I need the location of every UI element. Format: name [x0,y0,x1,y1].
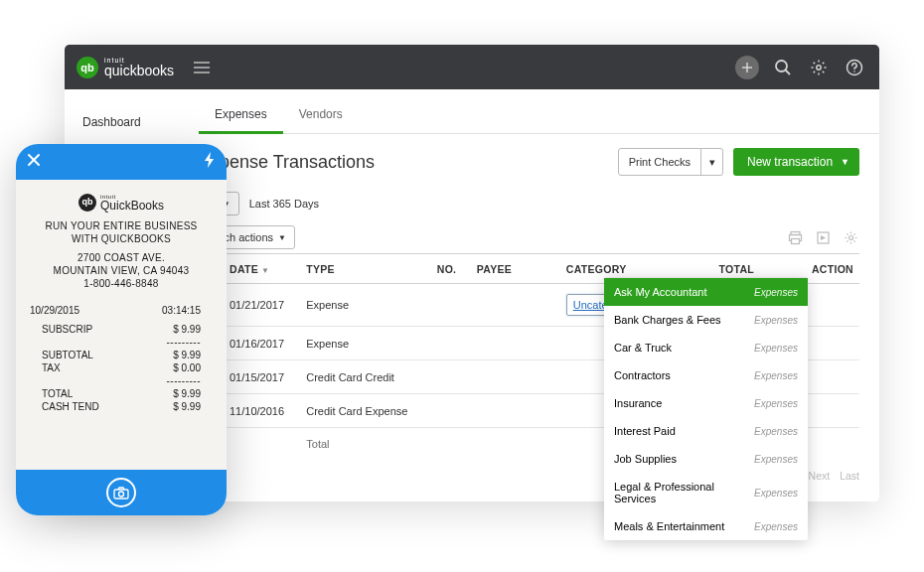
dropdown-item[interactable]: Car & Truck Expenses [604,334,808,361]
dropdown-item-label: Bank Charges & Fees [614,314,721,326]
camera-icon [113,487,129,500]
receipt-divider: --------- [26,374,217,387]
dropdown-item-label: Legal & Professional Services [614,481,754,504]
svg-point-18 [119,492,124,497]
dropdown-item-type: Expenses [754,370,798,381]
phone-header [16,144,227,180]
dropdown-item-label: Car & Truck [614,342,672,354]
total-label: Total [300,428,430,461]
print-icon[interactable] [786,228,804,246]
dropdown-item-type: Expenses [754,454,798,465]
cell-date: 01/15/2017 [224,360,300,394]
menu-icon[interactable] [194,62,210,73]
close-icon[interactable] [26,152,42,173]
dropdown-item-type: Expenses [754,398,798,409]
svg-point-14 [848,235,852,239]
receipt-brand-name: QuickBooks [100,200,164,212]
pager-last[interactable]: Last [840,470,859,482]
brand-name-label: quickbooks [104,64,174,77]
svg-rect-12 [791,238,799,243]
cell-date: 01/21/2017 [224,284,300,327]
settings-icon[interactable] [842,228,859,246]
dropdown-item-type: Expenses [754,315,798,326]
col-header-payee[interactable]: PAYEE [471,254,560,284]
chevron-down-icon: ▼ [278,233,286,242]
receipt-cash: CASH TEND$ 9.99 [26,400,217,413]
col-header-no[interactable]: NO. [431,254,471,284]
tabs: Expenses Vendors [199,97,879,134]
cell-date: 11/10/2016 [224,394,300,428]
receipt-item: SUBSCRIP$ 9.99 [26,323,217,336]
brand-logo: qb intuit quickbooks [77,57,174,78]
dropdown-item[interactable]: Ask My Accountant Expenses [604,278,808,306]
svg-line-6 [786,70,791,74]
cell-type: Expense [300,284,430,327]
top-bar: qb intuit quickbooks [65,45,879,89]
receipt-line: 1-800-446-8848 [26,277,217,290]
new-transaction-label: New transaction [747,155,833,169]
receipt-line: MOUNTAIN VIEW, CA 94043 [26,264,217,277]
svg-point-7 [817,65,821,69]
receipt-logo: qb intuit QuickBooks [26,194,217,212]
receipt-datetime: 10/29/201503:14:15 [26,304,217,317]
dropdown-item[interactable]: Job Supplies Expenses [604,445,808,473]
help-icon[interactable] [842,55,867,80]
cell-type: Credit Card Credit [300,360,430,394]
receipt-line: 2700 COAST AVE. [26,251,217,264]
svg-point-5 [776,61,787,72]
pager-next[interactable]: Next [809,470,831,482]
dropdown-item[interactable]: Interest Paid Expenses [604,417,808,445]
brand-icon: qb [77,57,98,78]
dropdown-item-type: Expenses [754,287,798,298]
dropdown-item[interactable]: Meals & Entertainment Expenses [604,512,808,540]
print-checks-button[interactable]: Print Checks ▾ [618,148,723,176]
chevron-down-icon: ▼ [841,157,849,167]
category-dropdown-panel: Ask My Accountant Expenses Bank Charges … [604,277,808,540]
dropdown-item-label: Contractors [614,369,671,381]
receipt-line: WITH QUICKBOOKS [26,232,217,245]
export-icon[interactable] [814,228,832,246]
tab-expenses[interactable]: Expenses [199,97,283,134]
flash-icon[interactable] [203,151,217,173]
tab-vendors[interactable]: Vendors [283,97,359,133]
dropdown-item-label: Insurance [614,397,662,409]
cell-type: Expense [300,327,430,360]
dropdown-item-label: Meals & Entertainment [614,520,724,532]
gear-icon[interactable] [806,55,832,80]
receipt-divider: --------- [26,336,217,349]
search-icon[interactable] [770,55,796,80]
receipt-subtotal: SUBTOTAL$ 9.99 [26,349,217,361]
receipt-total: TOTAL$ 9.99 [26,387,217,400]
receipt-tax: TAX$ 0.00 [26,361,217,374]
date-range-label: Last 365 Days [249,198,319,210]
dropdown-item[interactable]: Legal & Professional Services Expenses [604,473,808,512]
add-button[interactable] [734,55,760,80]
receipt-line: RUN YOUR ENTIRE BUSINESS [26,219,217,232]
new-transaction-button[interactable]: New transaction ▼ [733,148,859,176]
camera-button[interactable] [106,478,136,507]
dropdown-item-type: Expenses [754,488,798,499]
phone-footer [16,470,227,515]
dropdown-item-type: Expenses [754,343,798,354]
svg-point-9 [853,71,855,72]
dropdown-item-type: Expenses [754,521,798,532]
col-header-date[interactable]: DATE▼ [224,254,300,284]
cell-date: 01/16/2017 [224,327,300,360]
dropdown-item[interactable]: Insurance Expenses [604,389,808,417]
dropdown-item-label: Interest Paid [614,425,676,437]
dropdown-item[interactable]: Bank Charges & Fees Expenses [604,306,808,334]
print-checks-label: Print Checks [619,156,700,168]
receipt-image: qb intuit QuickBooks RUN YOUR ENTIRE BUS… [16,180,227,470]
sidebar-item-dashboard[interactable]: Dashboard [82,107,179,141]
dropdown-item[interactable]: Contractors Expenses [604,361,808,389]
cell-type: Credit Card Expense [300,394,430,428]
dropdown-item-label: Job Supplies [614,453,677,465]
phone-mockup: qb intuit QuickBooks RUN YOUR ENTIRE BUS… [16,144,227,515]
col-header-type[interactable]: TYPE [300,254,430,284]
dropdown-item-type: Expenses [754,426,798,437]
dropdown-item-label: Ask My Accountant [614,286,707,298]
chevron-down-icon[interactable]: ▾ [700,149,722,175]
